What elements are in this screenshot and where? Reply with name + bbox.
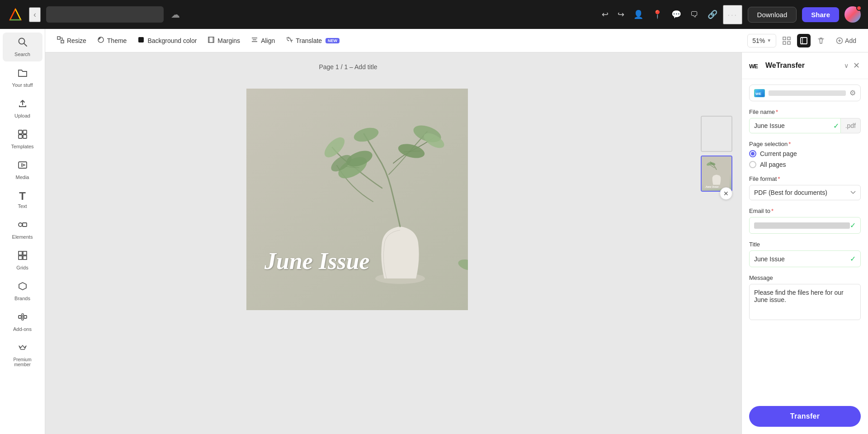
page-label: Page 1 / 1 – Add title	[319, 63, 377, 71]
svg-rect-5	[23, 130, 27, 134]
share-button[interactable]: Share	[802, 7, 839, 22]
align-button[interactable]: Align	[246, 33, 279, 48]
download-button[interactable]: Download	[748, 7, 797, 23]
page-thumb-blank[interactable]	[701, 116, 732, 152]
theme-button[interactable]: Theme	[93, 33, 132, 48]
sidebar-item-templates[interactable]: Templates	[3, 125, 42, 154]
svg-text:June Issue: June Issue	[705, 185, 719, 188]
folder-icon	[18, 68, 28, 80]
panel-chevron-icon[interactable]: ∨	[844, 62, 849, 69]
email-input-wrap: ✓	[749, 217, 861, 234]
grids-icon	[18, 250, 28, 263]
we-header-input: WE ⚙	[749, 85, 861, 101]
svg-point-10	[19, 223, 22, 226]
file-name-input-row: .pdf ✓	[749, 118, 861, 133]
media-icon	[18, 160, 28, 173]
message-field: Message Please find the files here for o…	[749, 274, 861, 320]
canvas-title: June Issue	[264, 248, 370, 274]
more-options-button[interactable]: ···	[723, 5, 742, 24]
email-to-label: Email to*	[749, 208, 861, 214]
sidebar-item-upload[interactable]: Upload	[3, 94, 42, 123]
thumb-content: June Issue	[702, 156, 731, 191]
grid-view-button[interactable]	[780, 34, 793, 47]
resize-button[interactable]: Resize	[52, 33, 91, 48]
search-input[interactable]	[46, 6, 164, 23]
translate-label: Translate	[296, 37, 322, 44]
resize-label: Resize	[67, 37, 86, 44]
single-view-button[interactable]	[797, 34, 811, 47]
collab-button[interactable]: 🗨	[687, 6, 702, 23]
present-button[interactable]: 👤	[630, 6, 647, 23]
file-name-input[interactable]	[749, 118, 841, 133]
svg-rect-7	[23, 135, 27, 138]
svg-rect-11	[23, 223, 27, 226]
zoom-value: 51%	[752, 37, 765, 44]
redo-button[interactable]: ↪	[614, 6, 628, 23]
translate-button[interactable]: Translate NEW	[281, 33, 344, 48]
sidebar-label-grids: Grids	[16, 265, 28, 270]
topbar-icons: ↩ ↪ 👤 📍 💬 🗨 🔗 ···	[598, 5, 742, 24]
sidebar-item-search[interactable]: Search	[3, 33, 42, 61]
wetransfer-panel: WE WeTransfer ∨ ✕ WE	[741, 52, 868, 434]
add-button[interactable]: Add	[831, 34, 861, 47]
page-thumb-design[interactable]: June Issue	[701, 156, 732, 192]
zoom-control[interactable]: 51% ▼	[747, 34, 776, 47]
back-button[interactable]: ‹	[29, 7, 41, 22]
svg-rect-15	[23, 256, 27, 259]
canvas-area: Page 1 / 1 – Add title	[45, 52, 741, 434]
svg-rect-23	[138, 37, 144, 42]
svg-point-22	[98, 37, 104, 42]
elements-icon	[18, 220, 28, 232]
toolbar-right: 51% ▼ Add	[747, 34, 861, 47]
delete-button[interactable]	[814, 34, 828, 47]
background-color-icon	[137, 36, 145, 45]
background-color-button[interactable]: Background color	[133, 33, 201, 48]
radio-current-page-circle[interactable]	[749, 150, 756, 157]
title-input[interactable]	[754, 255, 850, 263]
design-canvas[interactable]: June Issue	[246, 89, 468, 310]
margins-icon	[208, 36, 215, 45]
background-color-label: Background color	[147, 37, 197, 44]
undo-button[interactable]: ↩	[598, 6, 612, 23]
theme-icon	[97, 36, 104, 45]
magic-button[interactable]: 📍	[649, 6, 666, 23]
transfer-button[interactable]: Transfer	[749, 406, 861, 427]
svg-marker-9	[22, 164, 25, 166]
share-link-button[interactable]: 🔗	[704, 6, 721, 23]
message-textarea[interactable]: Please find the files here for our June …	[749, 284, 861, 320]
sidebar-item-text[interactable]: T Text	[3, 186, 42, 213]
search-icon	[18, 37, 28, 50]
file-format-field: File format* PDF (Best for documents)	[749, 175, 861, 200]
sidebar-item-premium[interactable]: Premium member	[3, 338, 42, 372]
svg-marker-0	[10, 9, 21, 20]
margins-button[interactable]: Margins	[203, 33, 245, 48]
sidebar-item-your-stuff[interactable]: Your stuff	[3, 63, 42, 92]
panel-close-button[interactable]: ✕	[852, 60, 861, 71]
avatar[interactable]	[844, 6, 861, 23]
file-name-check-icon: ✓	[833, 122, 839, 130]
svg-rect-32	[783, 42, 786, 44]
sidebar-item-grids[interactable]: Grids	[3, 246, 42, 275]
sidebar-item-brands[interactable]: Brands	[3, 277, 42, 306]
panel-footer: Transfer	[742, 401, 868, 434]
settings-icon[interactable]: ⚙	[849, 89, 856, 97]
file-format-select[interactable]: PDF (Best for documents)	[749, 185, 861, 200]
svg-rect-6	[19, 135, 22, 138]
text-icon: T	[19, 191, 26, 202]
sidebar-item-media[interactable]: Media	[3, 156, 42, 184]
title-label: Title	[749, 241, 861, 248]
toolbar: Resize Theme Background color Margins	[45, 29, 868, 52]
sidebar-item-addons[interactable]: Add-ons	[3, 307, 42, 336]
radio-all-pages[interactable]: All pages	[749, 161, 861, 168]
brands-icon	[18, 281, 28, 294]
app-logo[interactable]	[7, 6, 24, 23]
add-label: Add	[845, 37, 856, 44]
sidebar-label-templates: Templates	[11, 144, 33, 149]
comment-button[interactable]: 💬	[668, 6, 685, 23]
radio-all-pages-circle[interactable]	[749, 161, 756, 168]
radio-current-page[interactable]: Current page	[749, 150, 861, 157]
resize-icon	[57, 36, 64, 45]
close-thumbnail-button[interactable]: ✕	[720, 187, 732, 200]
sidebar-item-elements[interactable]: Elements	[3, 215, 42, 244]
file-name-label: File name*	[749, 108, 861, 115]
